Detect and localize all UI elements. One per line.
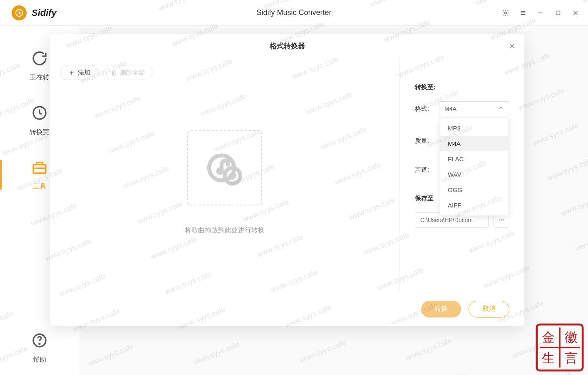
settings-pane: 转换至: 格式: M4A MP3 M4A FLAC WAV OGG AIFF: [399, 58, 524, 292]
format-option[interactable]: MP3: [440, 120, 508, 136]
menu-icon[interactable]: [519, 9, 527, 17]
help-icon: [30, 331, 49, 350]
sidebar-item-label: 正在转: [30, 73, 50, 82]
app-title: Sidify Music Converter: [256, 8, 331, 17]
svg-point-1: [505, 12, 507, 14]
maximize-icon[interactable]: [554, 9, 562, 17]
toolbox-icon: [30, 158, 49, 177]
svg-text:生: 生: [542, 351, 555, 365]
svg-rect-6: [556, 11, 560, 15]
format-value: M4A: [444, 105, 457, 112]
format-label: 格式:: [415, 105, 439, 113]
sidebar-item-label: 帮助: [33, 355, 46, 364]
format-dropdown: MP3 M4A FLAC WAV OGG AIFF: [440, 118, 509, 216]
clock-icon: [30, 104, 49, 122]
format-select[interactable]: M4A MP3 M4A FLAC WAV OGG AIFF: [439, 101, 509, 116]
convert-to-label: 转换至:: [415, 83, 509, 91]
modal-title: 格式转换器: [270, 41, 305, 51]
close-icon[interactable]: [571, 9, 580, 17]
refresh-icon: [30, 49, 49, 68]
sidebar-item-label: 工具: [33, 182, 46, 191]
modal-header: 格式转换器 ✕: [50, 34, 524, 58]
titlebar: Sidify Sidify Music Converter: [0, 0, 588, 26]
add-button[interactable]: ＋ 添加: [60, 65, 98, 80]
dropzone-hint: 将歌曲拖放到此处进行转换: [185, 226, 265, 235]
svg-text:言: 言: [565, 351, 578, 365]
format-option[interactable]: M4A: [440, 136, 508, 151]
svg-point-13: [39, 343, 40, 344]
format-option[interactable]: AIFF: [440, 198, 508, 213]
brand-name: Sidify: [32, 8, 57, 18]
format-option[interactable]: OGG: [440, 182, 508, 198]
seal-stamp: 金 徽 生 言: [535, 322, 585, 372]
delete-all-label: 删除全部: [120, 69, 145, 77]
channel-label: 声道:: [415, 166, 439, 174]
format-converter-modal: 格式转换器 ✕ ＋ 添加 🗑 删除全部: [50, 34, 524, 326]
app-logo: [12, 5, 27, 20]
format-option[interactable]: FLAC: [440, 151, 508, 167]
music-add-icon: [206, 149, 243, 187]
cancel-button[interactable]: 取消: [469, 301, 509, 318]
trash-icon: 🗑: [111, 69, 117, 76]
add-label: 添加: [78, 69, 90, 77]
modal-footer: 转换 取消: [50, 292, 524, 326]
sidebar-item-label: 转换完: [30, 128, 50, 137]
svg-text:徽: 徽: [565, 330, 578, 345]
settings-icon[interactable]: [501, 9, 510, 17]
minimize-icon[interactable]: [536, 9, 545, 17]
delete-all-button[interactable]: 🗑 删除全部: [103, 65, 153, 80]
svg-point-15: [218, 169, 222, 173]
modal-close-icon[interactable]: ✕: [507, 40, 517, 52]
plus-icon: ＋: [68, 69, 75, 76]
convert-button[interactable]: 转换: [421, 301, 461, 318]
format-option[interactable]: WAV: [440, 167, 508, 182]
svg-rect-10: [33, 165, 46, 173]
quality-label: 质量:: [415, 137, 439, 145]
sidebar-item-help[interactable]: 帮助: [0, 320, 79, 375]
format-row: 格式: M4A MP3 M4A FLAC WAV OGG AIFF: [415, 101, 509, 116]
svg-text:金: 金: [542, 330, 555, 345]
chevron-up-icon: [498, 105, 504, 112]
dropzone[interactable]: 将歌曲拖放到此处进行转换: [60, 80, 390, 285]
